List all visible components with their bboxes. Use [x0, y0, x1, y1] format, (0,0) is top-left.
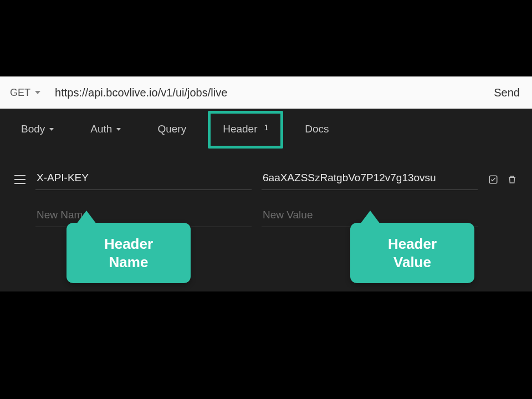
tab-docs[interactable]: Docs: [299, 119, 334, 140]
toggle-check-icon[interactable]: [488, 174, 499, 185]
tab-bar: Body Auth Query Header 1 Docs: [0, 109, 532, 146]
tab-header-label: Header: [223, 123, 257, 135]
tab-query-label: Query: [157, 123, 186, 135]
header-row: [14, 168, 518, 190]
tab-docs-label: Docs: [305, 123, 329, 135]
tab-query[interactable]: Query: [152, 119, 192, 140]
http-method-label: GET: [10, 87, 30, 99]
send-button[interactable]: Send: [492, 83, 522, 103]
header-value-cell: [262, 168, 478, 190]
drag-handle-icon[interactable]: [14, 175, 25, 184]
callout-header-name-text: Header Name: [104, 236, 153, 270]
chevron-down-icon: [116, 128, 121, 131]
tab-auth[interactable]: Auth: [85, 119, 126, 140]
header-value-input[interactable]: [262, 168, 478, 190]
chevron-down-icon: [35, 91, 40, 94]
chevron-down-icon: [49, 128, 54, 131]
tab-header-count: 1: [264, 123, 268, 132]
callout-header-value: Header Value: [350, 223, 474, 283]
request-bar: GET Send: [0, 76, 532, 109]
callout-header-name: Header Name: [66, 223, 191, 283]
header-name-input[interactable]: [35, 168, 252, 190]
delete-icon[interactable]: [507, 174, 518, 185]
tab-header[interactable]: Header 1: [217, 119, 274, 140]
callout-header-value-text: Header Value: [388, 236, 437, 270]
tab-auth-label: Auth: [90, 123, 112, 135]
tab-body[interactable]: Body: [16, 119, 59, 140]
header-name-cell: [35, 168, 252, 190]
app-frame: GET Send Body Auth Query Header 1 D: [0, 0, 532, 399]
http-method-dropdown[interactable]: GET: [10, 87, 40, 99]
row-actions: [488, 174, 518, 185]
url-input[interactable]: [55, 86, 492, 99]
tab-body-label: Body: [21, 123, 45, 135]
